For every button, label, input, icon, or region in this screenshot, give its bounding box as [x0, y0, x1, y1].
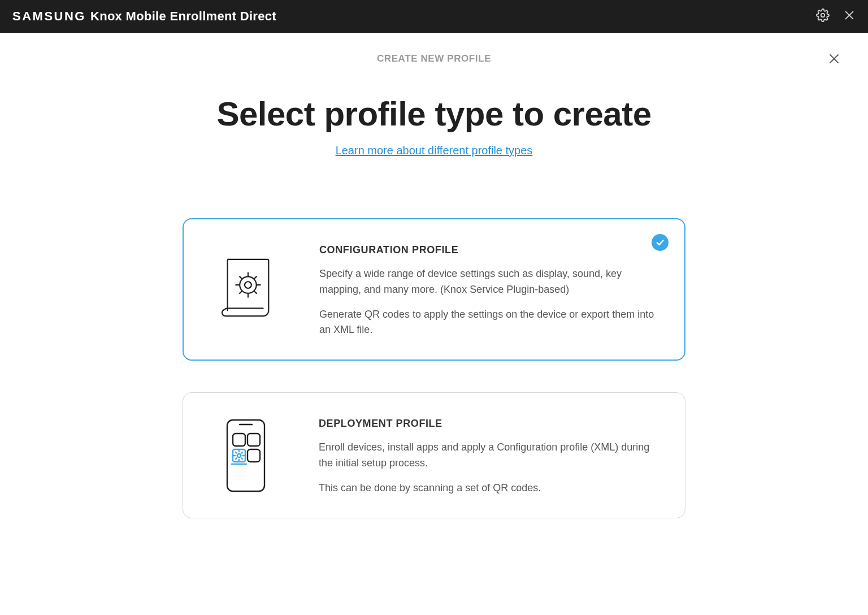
svg-rect-11 — [248, 449, 260, 462]
profile-option-deployment[interactable]: DEPLOYMENT PROFILE Enroll devices, insta… — [183, 392, 685, 518]
brand-samsung: SAMSUNG — [12, 9, 86, 24]
brand-product: Knox Mobile Enrollment Direct — [90, 9, 276, 24]
card-desc: Generate QR codes to apply the settings … — [319, 307, 659, 339]
close-page-button[interactable] — [827, 52, 841, 68]
deployment-illustration-icon — [203, 414, 288, 496]
card-title: DEPLOYMENT PROFILE — [319, 418, 660, 430]
selected-check-icon — [652, 234, 669, 251]
configuration-illustration-icon — [204, 241, 289, 339]
profile-option-configuration[interactable]: CONFIGURATION PROFILE Specify a wide ran… — [183, 218, 685, 361]
brand: SAMSUNG Knox Mobile Enrollment Direct — [12, 9, 276, 24]
close-icon — [827, 58, 841, 67]
page-overline: CREATE NEW PROFILE — [23, 53, 845, 64]
svg-point-5 — [245, 281, 251, 288]
svg-rect-10 — [248, 434, 260, 446]
close-app-button[interactable] — [843, 9, 856, 24]
page-body: CREATE NEW PROFILE Select profile type t… — [0, 33, 868, 541]
page-title: Select profile type to create — [23, 96, 845, 133]
gear-icon — [816, 8, 830, 24]
learn-more-link[interactable]: Learn more about different profile types — [23, 144, 845, 157]
settings-button[interactable] — [816, 8, 830, 24]
svg-rect-9 — [233, 434, 245, 446]
card-desc: Specify a wide range of device settings … — [319, 266, 659, 298]
svg-point-6 — [240, 276, 257, 293]
svg-point-0 — [821, 14, 824, 17]
card-desc: Enroll devices, install apps and apply a… — [319, 440, 660, 471]
svg-point-13 — [237, 453, 241, 457]
card-title: CONFIGURATION PROFILE — [319, 244, 659, 256]
close-icon — [843, 9, 856, 24]
card-desc: This can be done by scanning a set of QR… — [319, 480, 660, 496]
app-topbar: SAMSUNG Knox Mobile Enrollment Direct — [0, 0, 868, 33]
